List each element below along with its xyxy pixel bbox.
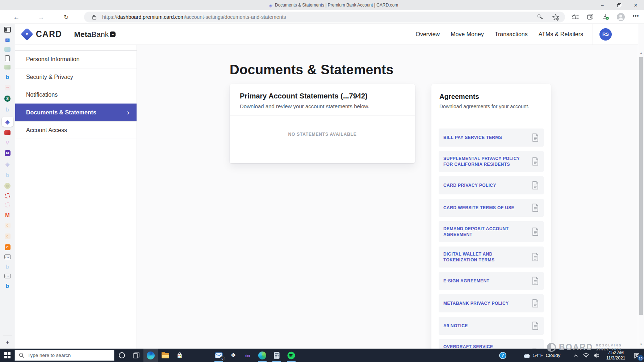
vertical-tabs-toggle[interactable]	[4, 27, 11, 33]
agreement-row[interactable]: DEMAND DEPOSIT ACCOUNT AGREEMENT	[439, 221, 544, 242]
tab-card-reader[interactable]	[4, 254, 11, 259]
collections-icon[interactable]	[586, 12, 595, 21]
agreement-link[interactable]: A9 NOTICE	[443, 323, 468, 329]
tab-avis[interactable]: AVIS	[2, 84, 13, 91]
weather-widget[interactable]: 54°F Cloudy	[523, 349, 560, 362]
top-nav-item[interactable]: Move Money	[451, 31, 484, 38]
tab-dashed-pink[interactable]	[5, 202, 10, 207]
cortana-button[interactable]	[114, 349, 129, 362]
tab-globe-olive[interactable]: ◍	[2, 182, 13, 189]
browser-profile-icon[interactable]	[616, 12, 625, 21]
tab-mail-blue[interactable]: ✉	[2, 36, 13, 43]
user-avatar[interactable]: RS	[599, 28, 612, 41]
store-button[interactable]	[172, 349, 187, 362]
task-view-button[interactable]	[129, 349, 143, 362]
site-favicon-icon: ◈	[269, 3, 272, 8]
tab-c-orange-faded[interactable]: C	[2, 222, 13, 229]
sidebar-item[interactable]: Notifications ›	[15, 86, 137, 104]
action-center-button[interactable]: 26	[630, 349, 644, 362]
file-explorer-button[interactable]	[158, 349, 172, 362]
sidebar-item[interactable]: Personal Information ›	[15, 50, 137, 68]
tab-dashed-red[interactable]	[5, 193, 10, 198]
tab-bing[interactable]: b	[2, 73, 13, 80]
refresh-button[interactable]: ↻	[62, 12, 71, 22]
top-nav-item[interactable]: Transactions	[495, 31, 528, 38]
tab-travel-site[interactable]	[4, 47, 11, 52]
tab-gmail[interactable]: M	[2, 211, 13, 218]
agreement-link[interactable]: CARD PRIVACY POLICY	[443, 182, 496, 188]
top-nav-item[interactable]: ATMs & Retailers	[539, 31, 583, 38]
tab-photo-site[interactable]	[4, 65, 11, 70]
tab-mail-purple[interactable]: ✉	[2, 150, 13, 157]
tab-c-orange[interactable]: C	[2, 244, 13, 251]
sidebar-item[interactable]: Security & Privacy ›	[15, 68, 137, 86]
tab-starbucks[interactable]: S	[2, 95, 13, 102]
scroll-up-arrow-icon[interactable]: ▲	[638, 51, 644, 55]
add-favorite-icon[interactable]	[551, 13, 560, 22]
get-help-tray-button[interactable]: ?	[495, 349, 510, 362]
browser-tab[interactable]: ◈ Documents & Statements | Premium Bank …	[269, 0, 398, 10]
sidebar-item[interactable]: Documents & Statements ›	[15, 104, 137, 121]
volume-tray-button[interactable]	[592, 349, 602, 362]
agreement-link[interactable]: SUPPLEMENTAL PRIVACY POLICY FOR CALIFORN…	[443, 156, 524, 167]
tab-c-orange-faded-2[interactable]: C	[2, 233, 13, 240]
password-key-icon[interactable]	[535, 13, 544, 22]
edge-taskbar-button[interactable]	[143, 349, 158, 362]
tray-overflow-button[interactable]	[572, 349, 580, 362]
scroll-down-arrow-icon[interactable]: ▼	[638, 343, 644, 346]
agreement-link[interactable]: DIGITAL WALLET AND TOKENIZATION TERMS	[443, 251, 524, 263]
start-button[interactable]	[0, 349, 14, 362]
dropbox-button[interactable]: ❖	[226, 349, 241, 362]
lock-icon[interactable]	[92, 14, 96, 20]
agreement-link[interactable]: BILL PAY SERVICE TERMS	[443, 135, 502, 140]
agreement-row[interactable]: E-SIGN AGREEMENT	[439, 272, 544, 290]
sidebar-item[interactable]: Account Access ›	[15, 121, 137, 139]
tab-shop-red[interactable]	[4, 130, 11, 135]
taskbar-clock[interactable]: 7:52 AM 11/3/2021	[603, 350, 629, 361]
spotify-button[interactable]	[284, 349, 298, 362]
scrollbar-thumb[interactable]	[639, 57, 643, 315]
search-input[interactable]	[28, 353, 107, 358]
agreement-row[interactable]: DIGITAL WALLET AND TOKENIZATION TERMS	[439, 247, 544, 268]
agreement-row[interactable]: BILL PAY SERVICE TERMS	[439, 129, 544, 147]
agreement-link[interactable]: E-SIGN AGREEMENT	[443, 278, 489, 284]
forward-button[interactable]: →	[36, 12, 46, 22]
settings-menu-icon[interactable]: •••	[631, 11, 640, 20]
close-button[interactable]: ✕	[627, 0, 644, 10]
page-scrollbar[interactable]: ▲ ▼	[638, 24, 644, 349]
agreement-row[interactable]: METABANK PRIVACY POLICY	[439, 294, 544, 312]
tab-v-colorful[interactable]: V	[2, 139, 13, 146]
address-bar[interactable]: https://dashboard.premium.card.com/accou…	[84, 12, 565, 22]
calculator-button[interactable]	[269, 349, 284, 362]
network-tray-button[interactable]	[581, 349, 591, 362]
agreement-row[interactable]: OVERDRAFT SERVICE PROTECTION ACCOUNT AGR…	[439, 339, 544, 349]
agreement-link[interactable]: OVERDRAFT SERVICE PROTECTION ACCOUNT AGR…	[443, 344, 524, 349]
agreement-link[interactable]: CARD WEBSITE TERMS OF USE	[443, 205, 514, 211]
agreement-row[interactable]: SUPPLEMENTAL PRIVACY POLICY FOR CALIFORN…	[439, 151, 544, 172]
tab-document[interactable]	[5, 55, 10, 61]
tab-bing-faded-3[interactable]: b	[2, 263, 13, 270]
tab-bing-2[interactable]: b	[2, 282, 13, 289]
loop-app-button[interactable]: ∞	[241, 349, 255, 362]
downloads-icon[interactable]	[601, 12, 610, 21]
top-nav-item[interactable]: Overview	[415, 31, 440, 38]
tab-card-active[interactable]: ◈	[2, 117, 13, 127]
card-logo[interactable]: ♥ CARD MetaBank◂▸.	[21, 29, 117, 39]
tab-card-reader-2[interactable]	[4, 274, 11, 278]
agreement-link[interactable]: DEMAND DEPOSIT ACCOUNT AGREEMENT	[443, 226, 524, 237]
new-tab-button[interactable]: +	[5, 339, 9, 346]
back-button[interactable]: ←	[12, 12, 21, 22]
restore-button[interactable]	[611, 0, 627, 10]
agreement-link[interactable]: METABANK PRIVACY POLICY	[443, 300, 509, 306]
tab-card-faded[interactable]: ◈	[2, 160, 13, 168]
edge-beta-button[interactable]	[255, 349, 269, 362]
tab-bing-faded[interactable]: b	[2, 106, 13, 113]
favorites-icon[interactable]	[570, 12, 580, 21]
minimize-button[interactable]: –	[594, 0, 611, 10]
agreement-row[interactable]: CARD WEBSITE TERMS OF USE	[439, 199, 544, 217]
taskbar-search[interactable]	[14, 350, 114, 361]
agreement-row[interactable]: CARD PRIVACY POLICY	[439, 176, 544, 194]
tab-bing-faded-2[interactable]: b	[2, 171, 13, 178]
agreement-row[interactable]: A9 NOTICE	[439, 317, 544, 335]
mail-button[interactable]: 9	[212, 349, 226, 362]
